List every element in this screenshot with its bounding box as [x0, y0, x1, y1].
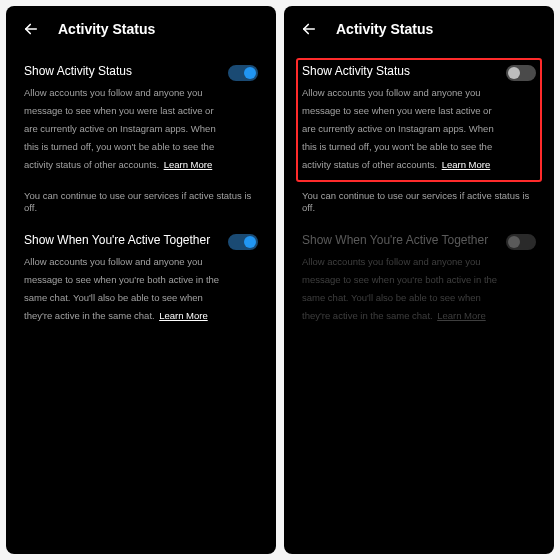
- active-together-title: Show When You're Active Together: [24, 233, 220, 249]
- page-title: Activity Status: [58, 21, 155, 37]
- page-title: Activity Status: [336, 21, 433, 37]
- show-activity-status-desc: Allow accounts you follow and anyone you…: [302, 87, 494, 170]
- learn-more-link[interactable]: Learn More: [442, 159, 491, 170]
- active-together-title: Show When You're Active Together: [302, 233, 498, 249]
- show-activity-status-title: Show Activity Status: [302, 64, 498, 80]
- phone-right: Activity Status Show Activity Status All…: [284, 6, 554, 554]
- active-together-section: Show When You're Active Together Allow a…: [300, 229, 538, 333]
- show-activity-status-desc: Allow accounts you follow and anyone you…: [24, 87, 216, 170]
- back-arrow-icon[interactable]: [22, 20, 40, 38]
- header: Activity Status: [22, 20, 260, 38]
- show-activity-status-title: Show Activity Status: [24, 64, 220, 80]
- learn-more-link[interactable]: Learn More: [164, 159, 213, 170]
- status-off-note: You can continue to use our services if …: [24, 190, 258, 216]
- back-arrow-icon[interactable]: [300, 20, 318, 38]
- show-activity-status-section: Show Activity Status Allow accounts you …: [22, 60, 260, 182]
- status-off-note: You can continue to use our services if …: [302, 190, 536, 216]
- learn-more-link[interactable]: Learn More: [159, 310, 208, 321]
- show-activity-status-toggle[interactable]: [506, 65, 536, 81]
- learn-more-link: Learn More: [437, 310, 486, 321]
- active-together-toggle: [506, 234, 536, 250]
- header: Activity Status: [300, 20, 538, 38]
- phone-left: Activity Status Show Activity Status All…: [6, 6, 276, 554]
- active-together-toggle[interactable]: [228, 234, 258, 250]
- active-together-section: Show When You're Active Together Allow a…: [22, 229, 260, 333]
- show-activity-status-toggle[interactable]: [228, 65, 258, 81]
- show-activity-status-section: Show Activity Status Allow accounts you …: [296, 58, 542, 182]
